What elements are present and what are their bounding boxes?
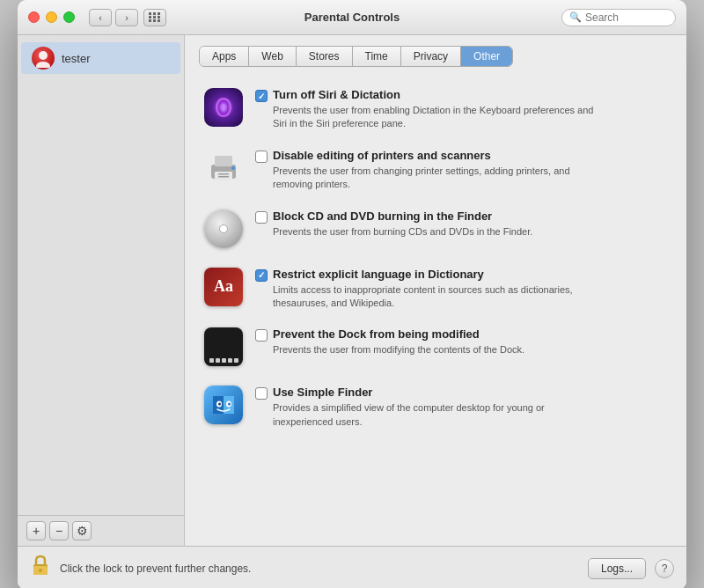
maximize-button[interactable] [63,11,75,23]
tab-apps[interactable]: Apps [200,47,249,66]
tab-other[interactable]: Other [461,47,512,66]
dock-desc: Prevents the user from modifying the con… [273,343,524,356]
siri-text: Turn off Siri & Dictation Prevents the u… [273,88,607,131]
search-icon: 🔍 [569,11,582,23]
finder-icon [204,386,243,424]
search-input[interactable] [585,11,668,24]
forward-button[interactable]: › [115,9,138,26]
cd-hole [219,224,228,233]
window-title: Parental Controls [304,11,400,24]
svg-point-20 [218,403,221,406]
setting-dictionary: Aa Restrict explicit language in Diction… [199,259,672,318]
printer-icon-wrap [202,147,245,189]
svg-point-1 [36,62,50,68]
main-window: ‹ › Parental Controls 🔍 [18,0,686,588]
siri-check-area: Turn off Siri & Dictation Prevents the u… [255,86,669,131]
dock-icon-wrap [202,326,245,368]
siri-title: Turn off Siri & Dictation [273,88,607,101]
sidebar-item-tester[interactable]: tester [21,42,180,74]
finder-desc: Provides a simplified view of the comput… [273,401,607,429]
dict-title: Restrict explicit language in Dictionary [273,268,607,281]
setting-finder: Use Simple Finder Provides a simplified … [199,377,672,436]
dict-checkbox[interactable] [255,269,268,282]
printers-check-area: Disable editing of printers and scanners… [255,147,669,192]
bottom-bar: Click the lock to prevent further change… [18,546,686,588]
printers-desc: Prevents the user from changing printer … [273,165,607,192]
setting-printers: Disable editing of printers and scanners… [199,140,672,199]
dict-icon-wrap: Aa [202,266,245,308]
svg-point-21 [228,403,231,406]
tab-bar: Apps Web Stores Time Privacy Other [199,46,513,67]
minimize-button[interactable] [46,11,57,23]
avatar [32,47,55,70]
sidebar-list: tester [18,35,184,515]
dock-title: Prevent the Dock from being modified [273,327,524,341]
dict-text: Restrict explicit language in Dictionary… [273,268,607,311]
svg-point-10 [231,166,235,170]
finder-icon-wrap [202,384,245,426]
grid-button[interactable] [143,9,166,26]
dock-inner [209,358,238,363]
dvd-checkbox[interactable] [255,211,268,224]
dock-checkbox[interactable] [255,329,268,342]
cd-icon [204,209,243,248]
add-user-button[interactable]: + [26,521,46,540]
dvd-check-area: Block CD and DVD burning in the Finder P… [255,208,669,239]
back-button[interactable]: ‹ [89,9,112,26]
sidebar: tester + − ⚙ [18,35,185,546]
finder-text: Use Simple Finder Provides a simplified … [273,386,607,429]
tab-privacy[interactable]: Privacy [401,47,461,66]
svg-rect-8 [218,173,229,175]
finder-check-area: Use Simple Finder Provides a simplified … [255,384,669,429]
close-button[interactable] [28,11,40,23]
remove-user-button[interactable]: − [49,521,69,540]
lock-icon[interactable] [30,554,51,583]
logs-button[interactable]: Logs... [588,558,646,579]
tab-time[interactable]: Time [353,47,401,66]
cd-icon-wrap [202,208,245,250]
printer-icon [204,149,243,187]
svg-point-4 [222,104,225,111]
setting-dock: Prevent the Dock from being modified Pre… [199,319,672,375]
grid-icon [149,12,161,22]
setting-siri: Turn off Siri & Dictation Prevents the u… [199,79,672,138]
dock-check-area: Prevent the Dock from being modified Pre… [255,326,669,356]
settings-list: Turn off Siri & Dictation Prevents the u… [199,79,672,436]
main-area: Apps Web Stores Time Privacy Other [185,35,686,546]
titlebar: ‹ › Parental Controls 🔍 [18,0,686,35]
search-bar[interactable]: 🔍 [561,9,676,26]
tab-stores[interactable]: Stores [297,47,353,66]
setting-dvd: Block CD and DVD burning in the Finder P… [199,201,672,257]
siri-icon-wrap [202,86,245,129]
tab-web[interactable]: Web [249,47,296,66]
sidebar-footer: + − ⚙ [18,515,184,546]
svg-point-24 [39,569,42,572]
siri-icon [204,88,243,127]
siri-desc: Prevents the user from enabling Dictatio… [273,104,607,131]
lock-svg [30,554,51,578]
nav-buttons: ‹ › [89,9,138,26]
svg-rect-6 [215,156,232,166]
dvd-desc: Prevents the user from burning CDs and D… [273,225,532,239]
printers-text: Disable editing of printers and scanners… [273,149,607,192]
dvd-text: Block CD and DVD burning in the Finder P… [273,209,532,239]
finder-checkbox[interactable] [255,387,268,400]
sidebar-username: tester [62,52,91,65]
svg-point-0 [39,51,48,60]
printers-checkbox[interactable] [255,151,268,163]
dict-check-area: Restrict explicit language in Dictionary… [255,266,669,311]
help-button[interactable]: ? [655,559,674,578]
printers-title: Disable editing of printers and scanners [273,149,607,162]
dictionary-icon: Aa [204,268,243,306]
siri-checkbox[interactable] [255,90,268,102]
lock-text: Click the lock to prevent further change… [60,562,579,575]
settings-button[interactable]: ⚙ [72,521,92,540]
traffic-lights [28,11,75,23]
dvd-title: Block CD and DVD burning in the Finder [273,209,532,223]
dict-desc: Limits access to inappropriate content i… [273,283,607,311]
content-area: tester + − ⚙ Apps Web Stores Time Privac… [18,35,686,546]
svg-rect-9 [218,176,229,178]
dock-text: Prevent the Dock from being modified Pre… [273,327,524,356]
dock-icon [204,327,243,366]
finder-title: Use Simple Finder [273,386,607,399]
